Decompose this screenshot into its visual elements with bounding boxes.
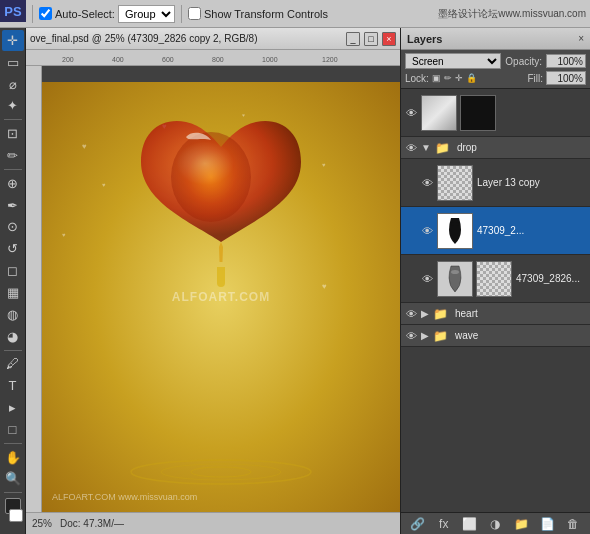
mask-button[interactable]: ⬜ xyxy=(461,515,479,533)
tool-move[interactable]: ✛ xyxy=(2,30,24,51)
tool-lasso[interactable]: ⌀ xyxy=(2,74,24,95)
visibility-icon-13copy[interactable]: 👁 xyxy=(419,175,435,191)
visibility-icon-47309-2[interactable]: 👁 xyxy=(419,223,435,239)
tool-sep-5 xyxy=(4,492,22,493)
adjustment-button[interactable]: ◑ xyxy=(486,515,504,533)
top-toolbar: PS ✛ Auto-Select: Group Show Transform C… xyxy=(0,0,590,28)
blend-mode-dropdown[interactable]: Screen xyxy=(405,53,501,69)
tool-dodge[interactable]: ◕ xyxy=(2,326,24,347)
layer-item-47309-2826[interactable]: 👁 47309_2826... xyxy=(401,255,590,303)
lock-all-icon[interactable]: 🔒 xyxy=(466,73,477,83)
tool-sep-1 xyxy=(4,119,22,120)
layers-bottom-controls: 🔗 fx ⬜ ◑ 📁 📄 🗑 xyxy=(401,512,590,534)
toolbar-watermark: 墨络设计论坛www.missvuan.com xyxy=(438,7,586,21)
svg-point-3 xyxy=(191,467,251,477)
left-toolbar: ✛ ▭ ⌀ ✦ ⊡ ✏ ⊕ ✒ ⊙ ↺ ◻ ▦ ◍ ◕ 🖊 T ▸ □ ✋ 🔍 xyxy=(0,28,26,534)
tool-eraser[interactable]: ◻ xyxy=(2,260,24,281)
layer-item-top[interactable]: 👁 xyxy=(401,89,590,137)
ruler-vertical xyxy=(26,66,42,512)
minimize-button[interactable]: _ xyxy=(346,32,360,46)
delete-layer-button[interactable]: 🗑 xyxy=(564,515,582,533)
fx-button[interactable]: fx xyxy=(435,515,453,533)
layers-list[interactable]: 👁 👁 ▼ 📁 drop 👁 xyxy=(401,89,590,512)
tool-eyedropper[interactable]: ✏ xyxy=(2,145,24,166)
visibility-icon-drop[interactable]: 👁 xyxy=(403,140,419,156)
group-arrow-heart[interactable]: ▶ xyxy=(421,308,429,319)
visibility-icon-47309-2826[interactable]: 👁 xyxy=(419,271,435,287)
bottom-watermark: ALFOART.COM www.missvuan.com xyxy=(52,492,197,502)
tool-sep-4 xyxy=(4,443,22,444)
new-layer-button[interactable]: 📄 xyxy=(538,515,556,533)
show-transform-checkbox[interactable] xyxy=(188,7,201,20)
ps-badge: PS xyxy=(0,0,26,22)
tool-blur[interactable]: ◍ xyxy=(2,304,24,325)
tool-gradient[interactable]: ▦ xyxy=(2,282,24,303)
folder-icon-heart: 📁 xyxy=(433,307,448,321)
folder-icon-drop: 📁 xyxy=(435,141,450,155)
tool-heal[interactable]: ⊕ xyxy=(2,173,24,194)
sparkle-2: ♥ xyxy=(102,182,106,188)
tool-select-rect[interactable]: ▭ xyxy=(2,52,24,73)
opacity-input[interactable]: 100% xyxy=(546,54,586,68)
layer-mask-47309-2826 xyxy=(476,261,512,297)
tool-path-select[interactable]: ▸ xyxy=(2,397,24,418)
auto-select-checkbox[interactable] xyxy=(39,7,52,20)
tool-shape[interactable]: □ xyxy=(2,419,24,440)
tool-magic-wand[interactable]: ✦ xyxy=(2,95,24,116)
group-drop-header[interactable]: 👁 ▼ 📁 drop xyxy=(401,137,590,159)
layers-panel-title: Layers xyxy=(407,33,574,45)
lock-position-icon[interactable]: ✛ xyxy=(455,73,463,83)
tool-type[interactable]: T xyxy=(2,375,24,396)
visibility-icon-wave[interactable]: 👁 xyxy=(403,328,419,344)
close-button[interactable]: × xyxy=(382,32,396,46)
lock-label: Lock: xyxy=(405,73,429,84)
doc-info: Doc: 47.3M/— xyxy=(60,518,124,529)
sparkle-4: ♥ xyxy=(62,232,66,238)
layer-name-47309-2826: 47309_2826... xyxy=(516,273,588,284)
layer-item-13-copy[interactable]: 👁 Layer 13 copy xyxy=(401,159,590,207)
layers-controls: Screen Opacity: 100% Lock: ▣ ✏ ✛ 🔒 Fill: xyxy=(401,50,590,89)
visibility-icon-heart[interactable]: 👁 xyxy=(403,306,419,322)
auto-select-group: Auto-Select: Group xyxy=(39,5,175,23)
visibility-icon-top[interactable]: 👁 xyxy=(403,105,419,121)
tool-pen[interactable]: 🖊 xyxy=(2,353,24,374)
group-name-heart: heart xyxy=(455,308,588,319)
water-ripple xyxy=(121,452,321,492)
maximize-button[interactable]: □ xyxy=(364,32,378,46)
auto-select-dropdown[interactable]: Group xyxy=(118,5,175,23)
group-arrow-drop[interactable]: ▼ xyxy=(421,142,431,153)
layer-thumb-13copy xyxy=(437,165,473,201)
layers-close-button[interactable]: × xyxy=(578,33,584,44)
layer-name-13copy: Layer 13 copy xyxy=(477,177,588,188)
layer-item-47309-2[interactable]: 👁 47309_2... xyxy=(401,207,590,255)
group-name-wave: wave xyxy=(455,330,588,341)
tool-crop[interactable]: ⊡ xyxy=(2,123,24,144)
svg-point-2 xyxy=(161,464,281,480)
tool-stamp[interactable]: ⊙ xyxy=(2,217,24,238)
blend-mode-row: Screen Opacity: 100% xyxy=(405,53,586,69)
new-group-button[interactable]: 📁 xyxy=(512,515,530,533)
main-area: ✛ ▭ ⌀ ✦ ⊡ ✏ ⊕ ✒ ⊙ ↺ ◻ ▦ ◍ ◕ 🖊 T ▸ □ ✋ 🔍 … xyxy=(0,28,590,534)
group-arrow-wave[interactable]: ▶ xyxy=(421,330,429,341)
layer-mask-thumb-top xyxy=(460,95,496,131)
tool-hand[interactable]: ✋ xyxy=(2,447,24,468)
svg-point-5 xyxy=(451,270,459,274)
heart-svg xyxy=(131,102,311,262)
water-drip xyxy=(217,267,225,287)
image-canvas[interactable]: ♥ ♥ ♥ ♥ ♥ ♥ ♥ xyxy=(42,82,400,512)
document-window: ove_final.psd @ 25% (47309_2826 copy 2, … xyxy=(26,28,400,512)
group-heart-header[interactable]: 👁 ▶ 📁 heart xyxy=(401,303,590,325)
lock-image-icon[interactable]: ✏ xyxy=(444,73,452,83)
link-layers-button[interactable]: 🔗 xyxy=(409,515,427,533)
lock-transparent-icon[interactable]: ▣ xyxy=(432,73,441,83)
fill-label: Fill: xyxy=(527,73,543,84)
tool-history-brush[interactable]: ↺ xyxy=(2,238,24,259)
background-color[interactable] xyxy=(9,509,23,522)
tool-brush[interactable]: ✒ xyxy=(2,195,24,216)
fill-input[interactable] xyxy=(546,71,586,85)
group-wave-header[interactable]: 👁 ▶ 📁 wave xyxy=(401,325,590,347)
tool-zoom[interactable]: 🔍 xyxy=(2,469,24,490)
tool-sep-2 xyxy=(4,169,22,170)
opacity-label: Opacity: xyxy=(505,56,542,67)
toolbar-separator-1 xyxy=(32,5,33,23)
